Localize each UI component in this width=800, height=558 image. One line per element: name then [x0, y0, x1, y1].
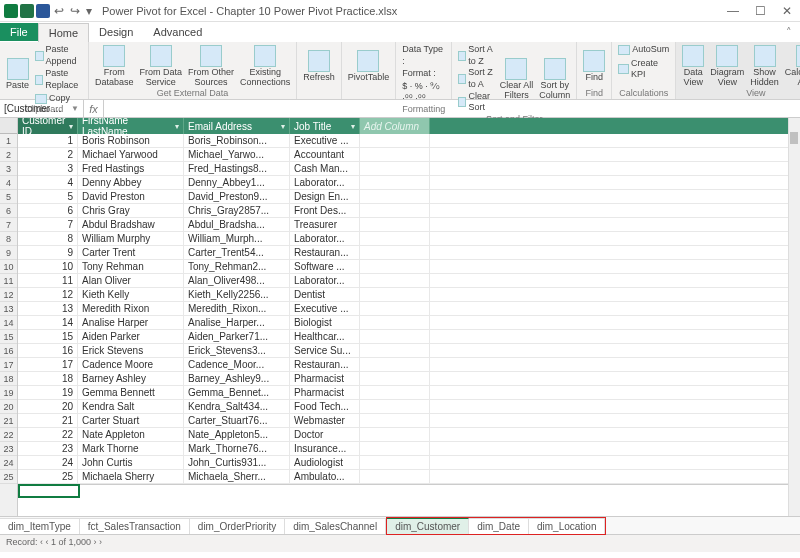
table-row[interactable]: 6Chris GrayChris_Gray2857...Front Des... — [18, 204, 788, 218]
cell-email[interactable]: Analise_Harper... — [184, 316, 290, 329]
table-row[interactable]: 12Kieth KellyKieth_Kelly2256...Dentist — [18, 288, 788, 302]
sheet-tab[interactable]: dim_Date — [469, 518, 529, 534]
add-column[interactable]: Add Column — [360, 118, 430, 134]
cell-name[interactable]: David Preston — [78, 190, 184, 203]
scrollbar-thumb[interactable] — [790, 132, 798, 144]
cell-email[interactable]: Cadence_Moor... — [184, 358, 290, 371]
cell-job[interactable]: Healthcar... — [290, 330, 360, 343]
cell-id[interactable]: 15 — [18, 330, 78, 343]
table-row[interactable]: 2Michael YarwoodMichael_Yarwo...Accounta… — [18, 148, 788, 162]
cell-name[interactable]: Alan Oliver — [78, 274, 184, 287]
sort-by-column-button[interactable]: Sort by Column — [539, 58, 570, 101]
col-job[interactable]: Job Title▾ — [290, 118, 360, 134]
existing-connections-button[interactable]: Existing Connections — [240, 45, 290, 88]
cell-add[interactable] — [360, 288, 430, 301]
cell-add[interactable] — [360, 372, 430, 385]
row-header[interactable]: 17 — [0, 358, 17, 372]
row-header[interactable]: 18 — [0, 372, 17, 386]
row-header[interactable]: 25 — [0, 470, 17, 484]
tab-file[interactable]: File — [0, 23, 38, 41]
table-row[interactable]: 22Nate AppletonNate_Appleton5...Doctor — [18, 428, 788, 442]
sheet-tab-active[interactable]: dim_Customer — [387, 518, 469, 534]
cell-email[interactable]: Erick_Stevens3... — [184, 344, 290, 357]
table-row[interactable]: 3Fred HastingsFred_Hastings8...Cash Man.… — [18, 162, 788, 176]
cell-name[interactable]: Carter Trent — [78, 246, 184, 259]
cell-email[interactable]: Carter_Trent54... — [184, 246, 290, 259]
cell-id[interactable]: 7 — [18, 218, 78, 231]
filter-icon[interactable]: ▾ — [351, 122, 355, 131]
record-navigator[interactable]: Record: ‹ ‹ 1 of 1,000 › › — [6, 537, 102, 547]
filter-icon[interactable]: ▾ — [175, 122, 179, 131]
tab-design[interactable]: Design — [89, 23, 143, 41]
cell-job[interactable]: Pharmacist — [290, 386, 360, 399]
cell-add[interactable] — [360, 218, 430, 231]
cell-id[interactable]: 2 — [18, 148, 78, 161]
minimize-button[interactable]: — — [727, 4, 739, 18]
cell-add[interactable] — [360, 400, 430, 413]
table-row[interactable]: 5David PrestonDavid_Preston9...Design En… — [18, 190, 788, 204]
col-name[interactable]: FirstName LastName▾ — [78, 118, 184, 134]
cell-name[interactable]: Abdul Bradshaw — [78, 218, 184, 231]
pivottable-button[interactable]: PivotTable — [348, 50, 390, 83]
cell-email[interactable]: Abdul_Bradsha... — [184, 218, 290, 231]
cell-job[interactable]: Restauran... — [290, 246, 360, 259]
cell-id[interactable]: 11 — [18, 274, 78, 287]
paste-append-button[interactable]: Paste Append — [35, 44, 82, 67]
table-row[interactable]: 23Mark ThorneMark_Thorne76...Insurance..… — [18, 442, 788, 456]
row-header[interactable]: 22 — [0, 428, 17, 442]
table-row[interactable]: 17Cadence MooreCadence_Moor...Restauran.… — [18, 358, 788, 372]
qat-dropdown-icon[interactable]: ▾ — [84, 4, 94, 18]
cell-add[interactable] — [360, 176, 430, 189]
cell-email[interactable]: Denny_Abbey1... — [184, 176, 290, 189]
select-all-corner[interactable] — [0, 118, 17, 134]
save-icon[interactable] — [36, 4, 50, 18]
cell-email[interactable]: Michaela_Sherr... — [184, 470, 290, 483]
col-email[interactable]: Email Address▾ — [184, 118, 290, 134]
cell-add[interactable] — [360, 260, 430, 273]
cell-job[interactable]: Pharmacist — [290, 372, 360, 385]
cell-job[interactable]: Software ... — [290, 260, 360, 273]
table-row[interactable]: 11Alan OliverAlan_Oliver498...Laborator.… — [18, 274, 788, 288]
table-row[interactable]: 8William MurphyWilliam_Murph...Laborator… — [18, 232, 788, 246]
cell-id[interactable]: 8 — [18, 232, 78, 245]
table-row[interactable]: 7Abdul BradshawAbdul_Bradsha...Treasurer — [18, 218, 788, 232]
cell-name[interactable]: Carter Stuart — [78, 414, 184, 427]
cell-job[interactable]: Accountant — [290, 148, 360, 161]
cell-email[interactable]: Mark_Thorne76... — [184, 442, 290, 455]
calculation-area[interactable] — [18, 484, 788, 516]
cell-email[interactable]: Alan_Oliver498... — [184, 274, 290, 287]
cell-id[interactable]: 16 — [18, 344, 78, 357]
cell-email[interactable]: Nate_Appleton5... — [184, 428, 290, 441]
cell-email[interactable]: David_Preston9... — [184, 190, 290, 203]
cell-add[interactable] — [360, 204, 430, 217]
cell-name[interactable]: Chris Gray — [78, 204, 184, 217]
cell-email[interactable]: Meredith_Rixon... — [184, 302, 290, 315]
row-header[interactable]: 6 — [0, 204, 17, 218]
table-row[interactable]: 4Denny AbbeyDenny_Abbey1...Laborator... — [18, 176, 788, 190]
cell-add[interactable] — [360, 316, 430, 329]
row-header[interactable]: 14 — [0, 316, 17, 330]
cell-job[interactable]: Laborator... — [290, 274, 360, 287]
cell-name[interactable]: John Curtis — [78, 456, 184, 469]
cell-email[interactable]: Barney_Ashley9... — [184, 372, 290, 385]
sort-az-button[interactable]: Sort A to Z — [458, 44, 494, 67]
cell-id[interactable]: 13 — [18, 302, 78, 315]
row-header[interactable]: 24 — [0, 456, 17, 470]
cell-email[interactable]: Chris_Gray2857... — [184, 204, 290, 217]
cell-job[interactable]: Service Su... — [290, 344, 360, 357]
table-row[interactable]: 9Carter TrentCarter_Trent54...Restauran.… — [18, 246, 788, 260]
cell-job[interactable]: Ambulato... — [290, 470, 360, 483]
col-customer-id[interactable]: Customer ID▾ — [18, 118, 78, 134]
cell-name[interactable]: Tony Rehman — [78, 260, 184, 273]
cell-job[interactable]: Laborator... — [290, 176, 360, 189]
cell-job[interactable]: Dentist — [290, 288, 360, 301]
cell-add[interactable] — [360, 456, 430, 469]
table-row[interactable]: 25Michaela SherryMichaela_Sherr...Ambula… — [18, 470, 788, 484]
row-header[interactable]: 10 — [0, 260, 17, 274]
cell-add[interactable] — [360, 148, 430, 161]
cell-add[interactable] — [360, 358, 430, 371]
cell-email[interactable]: Gemma_Bennet... — [184, 386, 290, 399]
cell-id[interactable]: 12 — [18, 288, 78, 301]
cell-job[interactable]: Audiologist — [290, 456, 360, 469]
show-hidden-button[interactable]: Show Hidden — [750, 45, 779, 88]
